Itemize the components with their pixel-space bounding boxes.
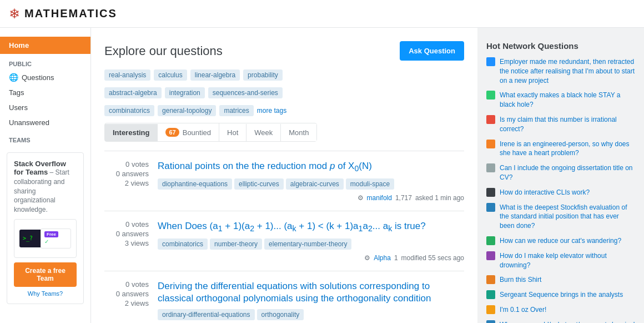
hot-item-link-2[interactable]: What exactly makes a black hole STAY a b… [500,91,635,110]
tag-algebraic[interactable]: algebraic-curves [286,178,344,190]
ask-question-button[interactable]: Ask Question [400,41,464,61]
votes-1: 0 votes [125,160,149,168]
right-sidebar: Hot Network Questions Employer made me r… [477,28,644,323]
tag-elliptic[interactable]: elliptic-curves [234,178,284,190]
question-title-3[interactable]: Deriving the differential equations with… [158,280,464,305]
main-layout: Home PUBLIC 🌐 Questions Tags Users Unans… [0,28,644,323]
hot-item-link-7[interactable]: What is the deepest Stockfish evaluation… [500,203,635,231]
sidebar-item-tags-label: Tags [9,88,24,97]
hot-site-icon-8 [486,236,495,245]
hot-item-9: How do I make kelp elevator without drow… [486,251,635,270]
tags-row-3: combinatorics general-topology matrices … [104,105,464,116]
page-title: Explore our questions [104,44,223,58]
teams-image: >_? Free ✓ [14,219,77,258]
answers-1: 0 answers [116,170,149,178]
tag-matrices[interactable]: matrices [219,105,253,116]
check-icon: ✓ [44,238,49,245]
user-icon-2: ⚙ [364,254,370,262]
sidebar-public-label: PUBLIC [0,54,90,69]
sidebar-item-questions[interactable]: 🌐 Questions [0,69,90,85]
hot-item-link-13[interactable]: Why can we add/substract/cross out chemi… [500,320,635,323]
hot-site-icon-2 [486,91,495,100]
sidebar-item-unanswered[interactable]: Unanswered [0,115,90,130]
hot-item-4: Irene is an engineered-person, so why do… [486,140,635,158]
question-meta-1: ⚙ manifold 1,717 asked 1 min ago [158,194,464,202]
hot-site-icon-1 [486,57,495,66]
hot-site-icon-3 [486,115,495,124]
user-link-1[interactable]: manifold [367,194,392,202]
hot-item-8: How can we reduce our cat's wandering? [486,236,635,246]
tag-abstract-algebra[interactable]: abstract-algebra [104,87,162,98]
hot-item-link-9[interactable]: How do I make kelp elevator without drow… [500,251,635,270]
tag-orthogonality[interactable]: orthogonality [257,309,304,320]
hot-item-12: I'm 0.1 oz Over! [486,305,635,315]
tag-diophantine[interactable]: diophantine-equations [158,178,232,190]
tag-combinatorics[interactable]: combinatorics [104,105,154,116]
logo: ❄ MATHEMATICS [9,6,117,22]
main-content: Explore our questions Ask Question real-… [91,28,477,323]
hot-network-title: Hot Network Questions [486,41,635,51]
user-icon-1: ⚙ [358,194,364,202]
question-item-2: 0 votes 0 answers 3 views When Does (a1 … [104,211,464,271]
hot-site-icon-11 [486,290,495,299]
sidebar-item-users[interactable]: Users [0,100,90,115]
content-header: Explore our questions Ask Question [104,41,464,61]
logo-text: MATHEMATICS [24,7,117,20]
tag-sequences-and-series[interactable]: sequences-and-series [208,87,283,98]
free-badge: Free [44,231,58,237]
tag-integration[interactable]: integration [165,87,205,98]
question-tags-1: diophantine-equations elliptic-curves al… [158,178,464,190]
hot-item-7: What is the deepest Stockfish evaluation… [486,203,635,231]
hot-item-link-6[interactable]: How do interactive CLIs work? [500,188,590,197]
tab-month[interactable]: Month [281,124,316,141]
hot-item-3: Is my claim that this number is irration… [486,115,635,134]
hot-item-link-1[interactable]: Employer made me redundant, then retract… [500,57,635,85]
hot-item-link-5[interactable]: Can I include the ongoing dissertation t… [500,163,635,182]
tag-combinatorics-2[interactable]: combinatorics [158,238,208,250]
hot-item-link-3[interactable]: Is my claim that this number is irration… [500,115,635,134]
tag-calculus[interactable]: calculus [154,69,187,81]
hot-site-icon-13 [486,320,495,323]
tab-hot[interactable]: Hot [219,124,246,141]
question-stats-3: 0 votes 0 answers 2 views [104,280,149,323]
tab-bountied[interactable]: 67 Bountied [158,123,219,141]
question-body-3: Deriving the differential equations with… [158,280,464,323]
hot-site-icon-7 [486,203,495,212]
why-teams-link[interactable]: Why Teams? [14,290,77,297]
tags-row-2: abstract-algebra integration sequences-a… [104,87,464,98]
tab-interesting[interactable]: Interesting [105,124,158,141]
question-stats-1: 0 votes 0 answers 2 views [104,160,149,202]
hot-item-link-10[interactable]: Burn this Shirt [500,275,541,285]
hot-item-10: Burn this Shirt [486,275,635,285]
views-1: 2 views [125,179,149,187]
tag-real-analysis[interactable]: real-analysis [104,69,150,81]
hot-item-link-4[interactable]: Irene is an engineered-person, so why do… [500,140,635,158]
hot-item-link-8[interactable]: How can we reduce our cat's wandering? [500,236,621,246]
tag-elementary[interactable]: elementary-number-theory [264,238,351,250]
tag-general-topology[interactable]: general-topology [158,105,216,116]
sidebar: Home PUBLIC 🌐 Questions Tags Users Unans… [0,28,91,323]
more-tags-link[interactable]: more tags [257,105,286,116]
sidebar-home[interactable]: Home [0,37,90,54]
tag-linear-algebra[interactable]: linear-algebra [190,69,240,81]
hot-item-5: Can I include the ongoing dissertation t… [486,163,635,182]
tag-number-theory[interactable]: number-theory [210,238,262,250]
user-rep-1: 1,717 [395,194,412,202]
user-link-2[interactable]: Alpha [374,254,391,262]
hot-item-link-12[interactable]: I'm 0.1 oz Over! [500,305,546,315]
tag-moduli[interactable]: moduli-space [346,178,394,190]
filter-tabs: Interesting 67 Bountied Hot Week Month [104,123,317,142]
create-team-button[interactable]: Create a free Team [14,262,77,287]
tag-probability[interactable]: probability [243,69,283,81]
votes-3: 0 votes [125,280,149,289]
tag-ode[interactable]: ordinary-differential-equations [158,309,255,320]
tab-week[interactable]: Week [246,124,281,141]
question-meta-2: ⚙ Alpha 1 modified 55 secs ago [158,254,464,262]
hot-item-link-11[interactable]: Sergeant Sequence brings in the analysts [500,290,623,300]
sidebar-item-tags[interactable]: Tags [0,85,90,100]
question-title-1[interactable]: Rational points on the the reduction mod… [158,160,464,174]
question-title-2[interactable]: When Does (a1 + 1)(a2 + 1)... (ak + 1) <… [158,220,464,234]
site-header: ❄ MATHEMATICS [0,0,644,28]
question-item-1: 0 votes 0 answers 2 views Rational point… [104,151,464,211]
action-2: modified 55 secs ago [401,254,464,262]
